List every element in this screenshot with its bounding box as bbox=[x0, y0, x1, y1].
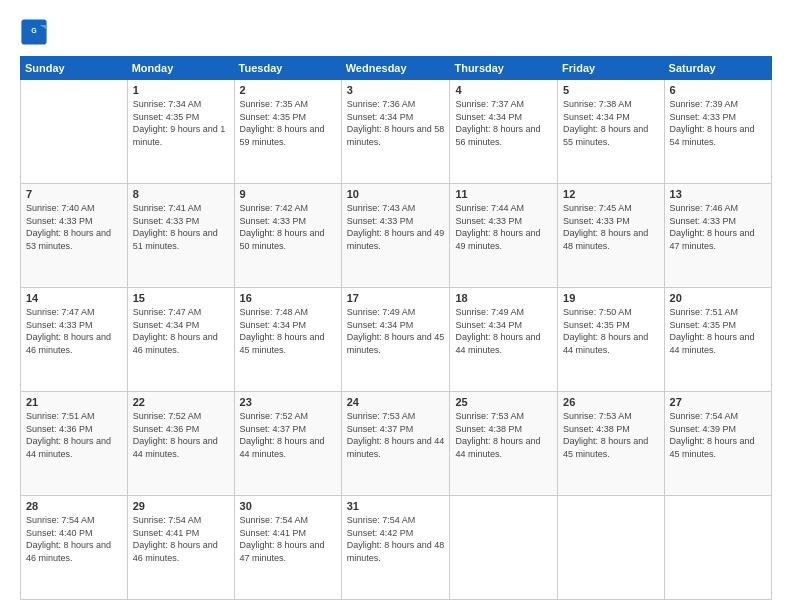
calendar-cell: 14Sunrise: 7:47 AMSunset: 4:33 PMDayligh… bbox=[21, 288, 128, 392]
day-number: 6 bbox=[670, 84, 766, 96]
calendar-cell bbox=[558, 496, 664, 600]
day-info: Sunrise: 7:53 AMSunset: 4:38 PMDaylight:… bbox=[563, 410, 658, 460]
day-number: 27 bbox=[670, 396, 766, 408]
calendar-cell: 22Sunrise: 7:52 AMSunset: 4:36 PMDayligh… bbox=[127, 392, 234, 496]
calendar-cell bbox=[450, 496, 558, 600]
calendar-week-4: 21Sunrise: 7:51 AMSunset: 4:36 PMDayligh… bbox=[21, 392, 772, 496]
day-number: 13 bbox=[670, 188, 766, 200]
day-number: 17 bbox=[347, 292, 445, 304]
day-number: 18 bbox=[455, 292, 552, 304]
day-info: Sunrise: 7:34 AMSunset: 4:35 PMDaylight:… bbox=[133, 98, 229, 148]
calendar-cell: 30Sunrise: 7:54 AMSunset: 4:41 PMDayligh… bbox=[234, 496, 341, 600]
calendar-cell: 4Sunrise: 7:37 AMSunset: 4:34 PMDaylight… bbox=[450, 80, 558, 184]
day-info: Sunrise: 7:50 AMSunset: 4:35 PMDaylight:… bbox=[563, 306, 658, 356]
day-info: Sunrise: 7:49 AMSunset: 4:34 PMDaylight:… bbox=[455, 306, 552, 356]
day-info: Sunrise: 7:47 AMSunset: 4:33 PMDaylight:… bbox=[26, 306, 122, 356]
day-number: 3 bbox=[347, 84, 445, 96]
calendar-cell: 1Sunrise: 7:34 AMSunset: 4:35 PMDaylight… bbox=[127, 80, 234, 184]
day-info: Sunrise: 7:54 AMSunset: 4:41 PMDaylight:… bbox=[133, 514, 229, 564]
day-number: 30 bbox=[240, 500, 336, 512]
svg-text:G: G bbox=[31, 27, 37, 34]
day-info: Sunrise: 7:52 AMSunset: 4:36 PMDaylight:… bbox=[133, 410, 229, 460]
day-number: 16 bbox=[240, 292, 336, 304]
calendar-cell bbox=[664, 496, 771, 600]
calendar-cell: 26Sunrise: 7:53 AMSunset: 4:38 PMDayligh… bbox=[558, 392, 664, 496]
day-info: Sunrise: 7:38 AMSunset: 4:34 PMDaylight:… bbox=[563, 98, 658, 148]
day-number: 2 bbox=[240, 84, 336, 96]
calendar-week-5: 28Sunrise: 7:54 AMSunset: 4:40 PMDayligh… bbox=[21, 496, 772, 600]
calendar-cell: 5Sunrise: 7:38 AMSunset: 4:34 PMDaylight… bbox=[558, 80, 664, 184]
calendar-cell: 20Sunrise: 7:51 AMSunset: 4:35 PMDayligh… bbox=[664, 288, 771, 392]
calendar-cell: 18Sunrise: 7:49 AMSunset: 4:34 PMDayligh… bbox=[450, 288, 558, 392]
calendar-cell: 27Sunrise: 7:54 AMSunset: 4:39 PMDayligh… bbox=[664, 392, 771, 496]
day-number: 19 bbox=[563, 292, 658, 304]
day-number: 22 bbox=[133, 396, 229, 408]
weekday-header-monday: Monday bbox=[127, 57, 234, 80]
day-info: Sunrise: 7:42 AMSunset: 4:33 PMDaylight:… bbox=[240, 202, 336, 252]
day-info: Sunrise: 7:49 AMSunset: 4:34 PMDaylight:… bbox=[347, 306, 445, 356]
header: G bbox=[20, 18, 772, 46]
calendar-cell: 28Sunrise: 7:54 AMSunset: 4:40 PMDayligh… bbox=[21, 496, 128, 600]
weekday-header-thursday: Thursday bbox=[450, 57, 558, 80]
calendar-cell: 23Sunrise: 7:52 AMSunset: 4:37 PMDayligh… bbox=[234, 392, 341, 496]
calendar-cell: 12Sunrise: 7:45 AMSunset: 4:33 PMDayligh… bbox=[558, 184, 664, 288]
day-number: 5 bbox=[563, 84, 658, 96]
day-info: Sunrise: 7:41 AMSunset: 4:33 PMDaylight:… bbox=[133, 202, 229, 252]
day-number: 7 bbox=[26, 188, 122, 200]
day-info: Sunrise: 7:40 AMSunset: 4:33 PMDaylight:… bbox=[26, 202, 122, 252]
day-number: 10 bbox=[347, 188, 445, 200]
day-number: 1 bbox=[133, 84, 229, 96]
day-info: Sunrise: 7:48 AMSunset: 4:34 PMDaylight:… bbox=[240, 306, 336, 356]
calendar-cell: 24Sunrise: 7:53 AMSunset: 4:37 PMDayligh… bbox=[341, 392, 450, 496]
day-info: Sunrise: 7:44 AMSunset: 4:33 PMDaylight:… bbox=[455, 202, 552, 252]
calendar-cell: 25Sunrise: 7:53 AMSunset: 4:38 PMDayligh… bbox=[450, 392, 558, 496]
calendar-cell: 16Sunrise: 7:48 AMSunset: 4:34 PMDayligh… bbox=[234, 288, 341, 392]
day-info: Sunrise: 7:52 AMSunset: 4:37 PMDaylight:… bbox=[240, 410, 336, 460]
calendar-week-3: 14Sunrise: 7:47 AMSunset: 4:33 PMDayligh… bbox=[21, 288, 772, 392]
day-info: Sunrise: 7:39 AMSunset: 4:33 PMDaylight:… bbox=[670, 98, 766, 148]
day-info: Sunrise: 7:47 AMSunset: 4:34 PMDaylight:… bbox=[133, 306, 229, 356]
page: G SundayMondayTuesdayWednesdayThursdayFr… bbox=[0, 0, 792, 612]
weekday-header-wednesday: Wednesday bbox=[341, 57, 450, 80]
day-info: Sunrise: 7:53 AMSunset: 4:37 PMDaylight:… bbox=[347, 410, 445, 460]
day-number: 12 bbox=[563, 188, 658, 200]
day-info: Sunrise: 7:46 AMSunset: 4:33 PMDaylight:… bbox=[670, 202, 766, 252]
calendar-cell: 3Sunrise: 7:36 AMSunset: 4:34 PMDaylight… bbox=[341, 80, 450, 184]
weekday-header-saturday: Saturday bbox=[664, 57, 771, 80]
day-number: 20 bbox=[670, 292, 766, 304]
day-info: Sunrise: 7:54 AMSunset: 4:40 PMDaylight:… bbox=[26, 514, 122, 564]
calendar-cell: 8Sunrise: 7:41 AMSunset: 4:33 PMDaylight… bbox=[127, 184, 234, 288]
day-number: 14 bbox=[26, 292, 122, 304]
weekday-header-sunday: Sunday bbox=[21, 57, 128, 80]
calendar-cell: 9Sunrise: 7:42 AMSunset: 4:33 PMDaylight… bbox=[234, 184, 341, 288]
day-number: 31 bbox=[347, 500, 445, 512]
calendar-cell: 11Sunrise: 7:44 AMSunset: 4:33 PMDayligh… bbox=[450, 184, 558, 288]
calendar-cell: 7Sunrise: 7:40 AMSunset: 4:33 PMDaylight… bbox=[21, 184, 128, 288]
day-number: 15 bbox=[133, 292, 229, 304]
logo-icon: G bbox=[20, 18, 48, 46]
day-info: Sunrise: 7:35 AMSunset: 4:35 PMDaylight:… bbox=[240, 98, 336, 148]
day-info: Sunrise: 7:54 AMSunset: 4:42 PMDaylight:… bbox=[347, 514, 445, 564]
day-number: 24 bbox=[347, 396, 445, 408]
calendar-cell: 29Sunrise: 7:54 AMSunset: 4:41 PMDayligh… bbox=[127, 496, 234, 600]
day-number: 4 bbox=[455, 84, 552, 96]
day-number: 9 bbox=[240, 188, 336, 200]
day-info: Sunrise: 7:54 AMSunset: 4:41 PMDaylight:… bbox=[240, 514, 336, 564]
calendar-cell: 21Sunrise: 7:51 AMSunset: 4:36 PMDayligh… bbox=[21, 392, 128, 496]
day-number: 25 bbox=[455, 396, 552, 408]
day-info: Sunrise: 7:54 AMSunset: 4:39 PMDaylight:… bbox=[670, 410, 766, 460]
day-number: 29 bbox=[133, 500, 229, 512]
day-info: Sunrise: 7:36 AMSunset: 4:34 PMDaylight:… bbox=[347, 98, 445, 148]
day-number: 8 bbox=[133, 188, 229, 200]
day-number: 21 bbox=[26, 396, 122, 408]
day-info: Sunrise: 7:51 AMSunset: 4:35 PMDaylight:… bbox=[670, 306, 766, 356]
day-info: Sunrise: 7:53 AMSunset: 4:38 PMDaylight:… bbox=[455, 410, 552, 460]
weekday-header-tuesday: Tuesday bbox=[234, 57, 341, 80]
day-number: 23 bbox=[240, 396, 336, 408]
calendar-cell: 31Sunrise: 7:54 AMSunset: 4:42 PMDayligh… bbox=[341, 496, 450, 600]
day-info: Sunrise: 7:45 AMSunset: 4:33 PMDaylight:… bbox=[563, 202, 658, 252]
calendar-cell: 17Sunrise: 7:49 AMSunset: 4:34 PMDayligh… bbox=[341, 288, 450, 392]
calendar-week-2: 7Sunrise: 7:40 AMSunset: 4:33 PMDaylight… bbox=[21, 184, 772, 288]
calendar-cell: 2Sunrise: 7:35 AMSunset: 4:35 PMDaylight… bbox=[234, 80, 341, 184]
day-info: Sunrise: 7:51 AMSunset: 4:36 PMDaylight:… bbox=[26, 410, 122, 460]
